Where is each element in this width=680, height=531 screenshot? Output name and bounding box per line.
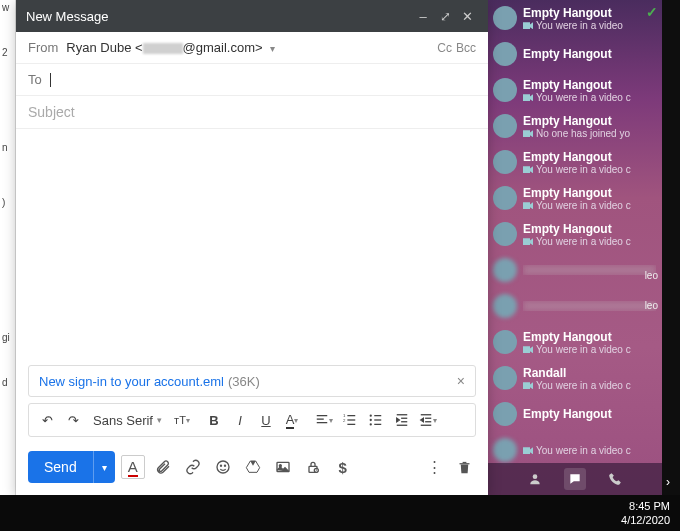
time: 8:45 PM <box>621 499 670 513</box>
numbered-list-button[interactable]: 12 <box>338 408 362 432</box>
font-size-button[interactable]: тT▾ <box>170 408 194 432</box>
discard-draft-button[interactable] <box>452 455 476 479</box>
svg-point-11 <box>370 423 372 425</box>
insert-drive-button[interactable] <box>241 455 265 479</box>
indent-less-button[interactable] <box>390 408 414 432</box>
compose-title: New Message <box>26 9 412 24</box>
svg-marker-21 <box>421 418 424 422</box>
hangout-item[interactable]: Empty HangoutYou were in a video c <box>487 216 662 252</box>
font-selector[interactable]: Sans Serif ▾ <box>87 413 168 428</box>
check-icon: ✓ <box>646 4 658 20</box>
indent-more-button[interactable]: ▾ <box>416 408 440 432</box>
attachment-chip[interactable]: New sign-in to your account.eml (36K) × <box>28 365 476 397</box>
svg-marker-16 <box>397 418 400 422</box>
cc-button[interactable]: Cc <box>437 41 452 55</box>
video-icon <box>523 202 533 209</box>
hangout-item[interactable]: Empty HangoutNo one has joined yo <box>487 108 662 144</box>
remove-attachment-button[interactable]: × <box>457 373 465 389</box>
avatar <box>493 294 517 318</box>
hangout-title: Empty Hangout <box>523 186 656 200</box>
scroll-right-icon[interactable]: › <box>666 475 670 489</box>
insert-link-button[interactable] <box>181 455 205 479</box>
bullet-list-button[interactable] <box>364 408 388 432</box>
hangout-item[interactable]: RandallYou were in a video c <box>487 360 662 396</box>
hangout-item[interactable]: Empty Hangout <box>487 36 662 72</box>
svg-point-27 <box>224 465 225 466</box>
more-options-button[interactable]: ⋮ <box>422 455 446 479</box>
send-button[interactable]: Send <box>28 451 93 483</box>
video-icon <box>523 447 533 454</box>
attach-file-button[interactable] <box>151 455 175 479</box>
hangout-subtitle: You were in a video c <box>523 445 656 456</box>
hangout-item[interactable]: Empty HangoutYou were in a video c <box>487 324 662 360</box>
bcc-button[interactable]: Bcc <box>456 41 476 55</box>
svg-text:2: 2 <box>343 418 346 423</box>
attachment-name: New sign-in to your account.eml <box>39 374 224 389</box>
compose-body[interactable] <box>16 129 488 365</box>
video-icon <box>523 130 533 137</box>
hangout-subtitle: No one has joined yo <box>523 128 656 139</box>
text-color-button[interactable]: A▾ <box>280 408 304 432</box>
avatar <box>493 78 517 102</box>
minimize-button[interactable]: – <box>412 9 434 24</box>
hangout-subtitle: You were in a video c <box>523 380 656 391</box>
blurred-email <box>143 43 183 54</box>
to-row[interactable]: To <box>16 64 488 96</box>
svg-point-0 <box>532 474 537 479</box>
hangout-tail: leo <box>645 300 658 311</box>
avatar <box>493 114 517 138</box>
compose-header[interactable]: New Message – ⤢ ✕ <box>16 0 488 32</box>
hangout-item[interactable]: Empty HangoutYou were in a video <box>487 0 662 36</box>
underline-button[interactable]: U <box>254 408 278 432</box>
video-icon <box>523 382 533 389</box>
from-row[interactable]: From Ryan Dube <@gmail.com> ▾ Cc Bcc <box>16 32 488 64</box>
attachment-size: (36K) <box>228 374 260 389</box>
formatting-toggle-button[interactable]: A <box>121 455 145 479</box>
system-clock[interactable]: 8:45 PM 4/12/2020 <box>621 499 670 528</box>
hangout-tail: leo <box>645 270 658 281</box>
svg-point-25 <box>217 461 229 473</box>
from-address[interactable]: Ryan Dube <@gmail.com> ▾ <box>66 40 433 55</box>
hangout-item[interactable]: Empty HangoutYou were in a video c <box>487 72 662 108</box>
video-icon <box>523 238 533 245</box>
hangout-item[interactable]: Empty HangoutYou were in a video c <box>487 144 662 180</box>
insert-money-button[interactable]: $ <box>331 455 355 479</box>
redo-button[interactable]: ↷ <box>61 408 85 432</box>
avatar <box>493 42 517 66</box>
windows-taskbar[interactable]: 8:45 PM 4/12/2020 <box>0 495 680 531</box>
hangout-item[interactable] <box>487 252 662 288</box>
hangout-item[interactable]: Empty HangoutYou were in a video c <box>487 180 662 216</box>
bold-button[interactable]: B <box>202 408 226 432</box>
phone-icon[interactable] <box>604 468 626 490</box>
hangouts-panel: ✓ Empty HangoutYou were in a videoEmpty … <box>487 0 662 495</box>
scrollbar-track[interactable]: › <box>662 0 680 495</box>
chevron-down-icon[interactable]: ▾ <box>270 43 275 54</box>
svg-point-10 <box>370 419 372 421</box>
align-button[interactable]: ▾ <box>312 408 336 432</box>
chat-icon[interactable] <box>564 468 586 490</box>
avatar <box>493 330 517 354</box>
italic-button[interactable]: I <box>228 408 252 432</box>
hangout-title <box>523 301 656 311</box>
contacts-icon[interactable] <box>524 468 546 490</box>
hangout-title: Empty Hangout <box>523 78 656 92</box>
hangout-subtitle: You were in a video c <box>523 236 656 247</box>
formatting-toolbar: ↶ ↷ Sans Serif ▾ тT▾ B I U A▾ ▾ 12 ▾ <box>28 403 476 437</box>
from-label: From <box>28 40 58 55</box>
insert-emoji-button[interactable] <box>211 455 235 479</box>
hangout-subtitle: You were in a video c <box>523 164 656 175</box>
avatar <box>493 438 517 462</box>
undo-button[interactable]: ↶ <box>35 408 59 432</box>
insert-photo-button[interactable] <box>271 455 295 479</box>
send-options-button[interactable]: ▾ <box>93 451 115 483</box>
hangout-item[interactable]: Empty Hangout <box>487 396 662 432</box>
confidential-mode-button[interactable] <box>301 455 325 479</box>
svg-point-9 <box>370 414 372 416</box>
hangout-item[interactable] <box>487 288 662 324</box>
hangout-title: Empty Hangout <box>523 222 656 236</box>
hangouts-footer <box>487 463 662 495</box>
avatar <box>493 6 517 30</box>
subject-input[interactable]: Subject <box>16 96 488 129</box>
fullscreen-button[interactable]: ⤢ <box>434 9 456 24</box>
close-button[interactable]: ✕ <box>456 9 478 24</box>
